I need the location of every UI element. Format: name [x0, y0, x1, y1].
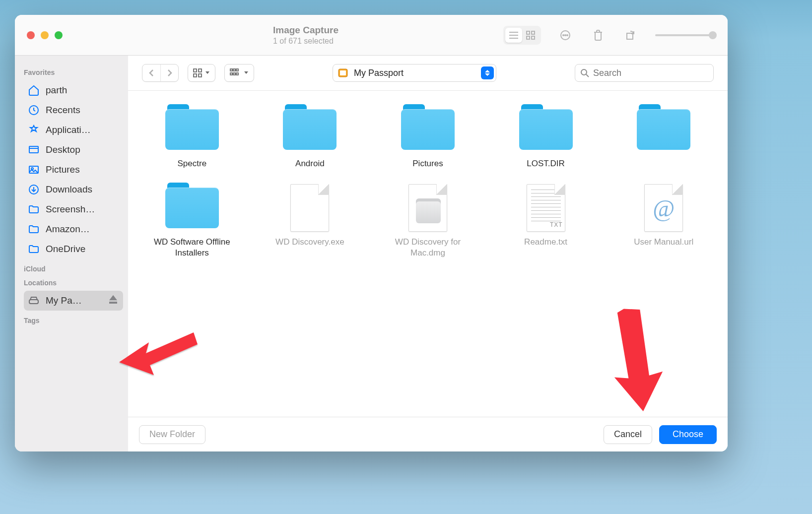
svg-rect-22: [194, 74, 197, 77]
folder-item[interactable]: WD Software Offline Installers: [148, 186, 236, 258]
svg-rect-21: [199, 69, 202, 72]
zoom-window-button[interactable]: [55, 31, 63, 39]
svg-rect-31: [340, 70, 346, 75]
choose-button[interactable]: Choose: [659, 425, 717, 444]
folder-icon: [637, 109, 690, 150]
background-toolbar: [503, 15, 715, 55]
sidebar-item-applications[interactable]: Applicati…: [24, 120, 123, 140]
app-title: Image Capture: [273, 25, 338, 36]
folder-item[interactable]: Pictures: [384, 108, 472, 169]
sidebar-heading-favorites: Favorites: [24, 68, 123, 76]
sidebar-item-downloads[interactable]: Downloads: [24, 180, 123, 199]
forward-button[interactable]: [160, 64, 178, 81]
sidebar-item-pictures[interactable]: Pictures: [24, 160, 123, 180]
txt-file-icon: [527, 184, 565, 232]
folder-icon: [28, 223, 40, 235]
eject-icon[interactable]: [107, 294, 119, 308]
sidebar-item-recents[interactable]: Recents: [24, 100, 123, 120]
sidebar-item-label: OneDrive: [46, 244, 119, 255]
zoom-slider[interactable]: [655, 34, 715, 36]
sidebar-heading-icloud: iCloud: [24, 265, 123, 273]
svg-point-10: [567, 35, 568, 36]
folder-item[interactable]: Spectre: [148, 108, 236, 169]
sidebar-item-home[interactable]: parth: [24, 80, 123, 100]
sidebar-heading-locations: Locations: [24, 279, 123, 287]
svg-rect-20: [194, 69, 197, 72]
file-icon: [290, 184, 329, 232]
sidebar-item-onedrive[interactable]: OneDrive: [24, 239, 123, 259]
icon-view-menu[interactable]: [188, 64, 215, 82]
svg-point-32: [581, 69, 587, 75]
svg-rect-6: [532, 36, 535, 39]
item-label: Pictures: [412, 158, 443, 169]
svg-rect-19: [109, 302, 117, 304]
popup-chevrons-icon: [481, 66, 494, 79]
item-label: WD Discovery.exe: [275, 237, 344, 248]
item-label: Spectre: [178, 158, 207, 169]
delete-icon[interactable]: [590, 28, 607, 43]
svg-point-8: [563, 35, 564, 36]
title-block: Image Capture 1 of 671 selected: [273, 25, 338, 46]
item-label: Android: [295, 158, 325, 169]
folder-item[interactable]: Android: [266, 108, 354, 169]
sidebar-item-label: Pictures: [46, 164, 119, 175]
window-controls: [27, 31, 63, 39]
folder-icon: [283, 109, 337, 150]
sidebar-item-label: Recents: [46, 105, 119, 116]
external-disk-icon: [337, 67, 349, 79]
sidebar-item-screenshots[interactable]: Screensh…: [24, 199, 123, 219]
sidebar-item-amazon[interactable]: Amazon…: [24, 219, 123, 239]
panel-body: Favorites parth Recents Applicati… Deskt…: [15, 56, 728, 451]
external-drive-icon: [28, 295, 40, 307]
sidebar-item-my-passport[interactable]: My Pa…: [24, 291, 123, 311]
downloads-icon: [28, 184, 40, 195]
folder-item[interactable]: LOST.DIR: [502, 108, 590, 169]
file-item[interactable]: WD Discovery.exe: [266, 186, 354, 258]
folder-item[interactable]: [619, 108, 708, 169]
search-input[interactable]: [593, 68, 708, 78]
view-switch-segment: [503, 26, 541, 45]
close-window-button[interactable]: [27, 31, 35, 39]
item-label: WD Software Offline Installers: [148, 237, 236, 258]
folder-icon: [165, 188, 219, 228]
list-view-icon[interactable]: [505, 28, 522, 43]
open-panel-window: Image Capture 1 of 671 selected: [15, 15, 728, 451]
sidebar-item-desktop[interactable]: Desktop: [24, 140, 123, 160]
back-button[interactable]: [142, 64, 160, 81]
svg-rect-5: [527, 36, 530, 39]
svg-rect-24: [230, 69, 232, 71]
file-item[interactable]: Readme.txt: [502, 186, 590, 258]
sidebar-heading-tags: Tags: [24, 317, 123, 324]
dmg-file-icon: [408, 184, 447, 232]
svg-rect-18: [29, 300, 38, 304]
file-item[interactable]: WD Discovery for Mac.dmg: [384, 186, 472, 258]
sidebar-item-label: Downloads: [46, 184, 119, 195]
svg-rect-23: [199, 74, 202, 77]
applications-icon: [28, 124, 40, 136]
sidebar-item-label: parth: [46, 85, 119, 96]
location-popup[interactable]: My Passport: [333, 64, 496, 82]
sidebar-item-label: Screensh…: [46, 204, 119, 215]
item-label: LOST.DIR: [527, 158, 565, 169]
new-folder-button[interactable]: New Folder: [139, 425, 205, 444]
item-label: WD Discovery for Mac.dmg: [384, 237, 472, 258]
svg-rect-27: [230, 73, 232, 75]
desktop-icon: [28, 144, 40, 156]
cancel-button[interactable]: Cancel: [604, 425, 652, 444]
sidebar-item-label: Amazon…: [46, 224, 119, 235]
folder-icon: [401, 109, 455, 150]
chevron-down-icon: [205, 71, 210, 75]
file-grid[interactable]: Spectre Android Pictures LOST.DIR: [128, 91, 728, 417]
rotate-icon[interactable]: [622, 28, 639, 43]
svg-rect-25: [233, 69, 235, 71]
dialog-footer: New Folder Cancel Choose: [128, 417, 728, 451]
grid-view-icon[interactable]: [522, 28, 539, 43]
svg-rect-3: [527, 31, 530, 34]
svg-point-9: [565, 35, 566, 36]
group-menu[interactable]: [224, 64, 254, 82]
search-field[interactable]: [575, 64, 714, 82]
file-item[interactable]: @ User Manual.url: [619, 186, 708, 258]
svg-line-33: [586, 74, 589, 77]
more-options-icon[interactable]: [557, 28, 574, 43]
minimize-window-button[interactable]: [41, 31, 49, 39]
